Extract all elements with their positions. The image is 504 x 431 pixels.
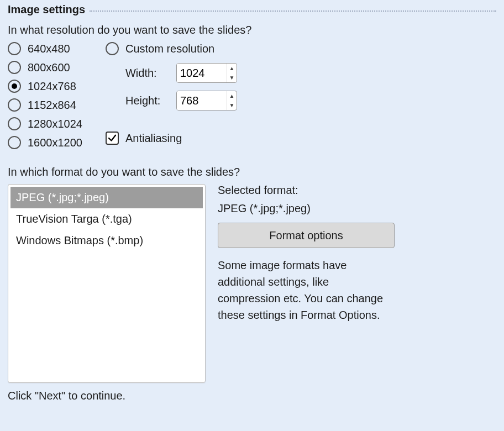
resolution-option-label: Custom resolution bbox=[125, 43, 214, 55]
width-label: Width: bbox=[125, 67, 170, 80]
resolution-option-640x480[interactable]: 640x480 bbox=[8, 42, 82, 55]
format-options-button[interactable]: Format options bbox=[218, 223, 395, 248]
height-step-up[interactable]: ▲ bbox=[227, 91, 237, 101]
format-item-bmp[interactable]: Windows Bitmaps (*.bmp) bbox=[11, 230, 203, 251]
resolution-option-custom[interactable]: Custom resolution bbox=[106, 42, 237, 55]
resolution-option-label: 800x600 bbox=[28, 61, 70, 74]
resolution-radio-group: 640x480 800x600 1024x768 1152x864 1280x1… bbox=[8, 42, 82, 149]
radio-icon bbox=[8, 61, 21, 74]
selected-format-label: Selected format: bbox=[218, 184, 496, 197]
radio-icon bbox=[106, 42, 119, 55]
format-item-jpeg[interactable]: JPEG (*.jpg;*.jpeg) bbox=[11, 187, 203, 208]
height-label: Height: bbox=[125, 94, 170, 107]
resolution-option-1600x1200[interactable]: 1600x1200 bbox=[8, 136, 82, 149]
width-input[interactable] bbox=[177, 64, 227, 82]
radio-icon bbox=[8, 117, 21, 130]
radio-icon bbox=[8, 80, 21, 93]
resolution-option-1152x864[interactable]: 1152x864 bbox=[8, 98, 82, 112]
resolution-option-label: 1152x864 bbox=[28, 99, 76, 112]
footer-hint: Click "Next" to continue. bbox=[8, 390, 496, 402]
resolution-option-label: 1600x1200 bbox=[28, 136, 82, 149]
resolution-option-800x600[interactable]: 800x600 bbox=[8, 61, 82, 74]
resolution-option-label: 1280x1024 bbox=[28, 118, 82, 130]
section-title: Image settings bbox=[8, 3, 85, 16]
format-question: In which format do you want to save the … bbox=[8, 166, 496, 178]
antialias-checkbox[interactable]: Antialiasing bbox=[106, 132, 237, 145]
radio-icon bbox=[8, 136, 21, 149]
format-item-tga[interactable]: TrueVision Targa (*.tga) bbox=[11, 208, 203, 230]
antialias-label: Antialiasing bbox=[125, 132, 182, 145]
selected-format-value: JPEG (*.jpg;*.jpeg) bbox=[218, 202, 496, 215]
resolution-question: In what resolution do you want to save t… bbox=[8, 24, 496, 36]
height-step-down[interactable]: ▼ bbox=[227, 101, 237, 110]
width-spinbox[interactable]: ▲ ▼ bbox=[176, 63, 237, 83]
width-step-up[interactable]: ▲ bbox=[227, 64, 237, 73]
radio-icon bbox=[8, 42, 21, 55]
width-step-down[interactable]: ▼ bbox=[227, 73, 237, 82]
section-rule bbox=[90, 10, 496, 12]
resolution-option-1280x1024[interactable]: 1280x1024 bbox=[8, 117, 82, 130]
checkbox-icon bbox=[106, 132, 119, 145]
format-listbox[interactable]: JPEG (*.jpg;*.jpeg) TrueVision Targa (*.… bbox=[8, 184, 206, 383]
resolution-option-label: 640x480 bbox=[28, 43, 70, 55]
height-input[interactable] bbox=[177, 91, 227, 110]
format-help-text: Some image formats have additional setti… bbox=[218, 257, 395, 323]
section-header: Image settings bbox=[8, 3, 496, 16]
height-spinbox[interactable]: ▲ ▼ bbox=[176, 91, 237, 111]
radio-icon bbox=[8, 98, 21, 112]
resolution-option-1024x768[interactable]: 1024x768 bbox=[8, 80, 82, 93]
resolution-option-label: 1024x768 bbox=[28, 80, 76, 93]
